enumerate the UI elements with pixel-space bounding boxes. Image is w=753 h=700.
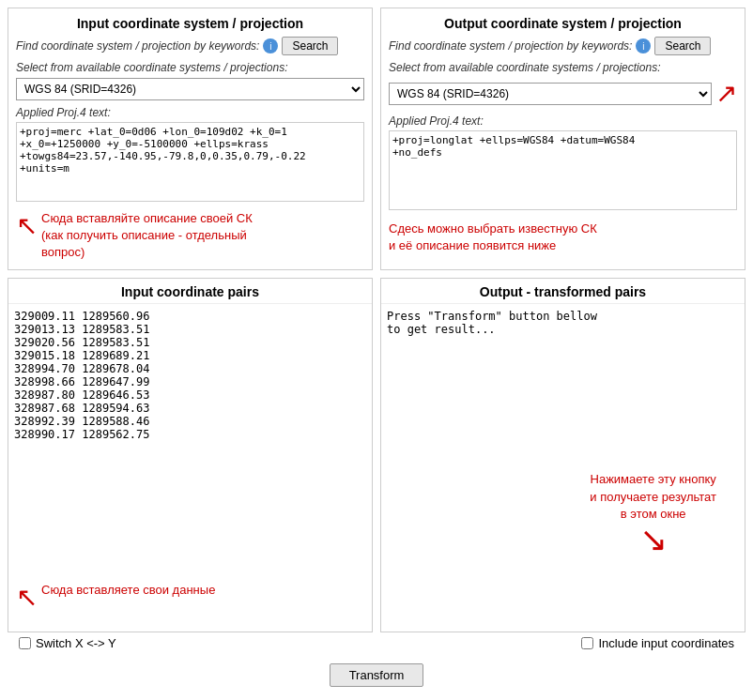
input-pairs-title: Input coordinate pairs (8, 279, 372, 304)
footer: Switch X <-> Y Include input coordinates… (8, 632, 745, 692)
output-select-label: Select from available coordinate systems… (389, 61, 737, 74)
output-pairs-textarea[interactable]: Press "Transform" button bellow to get r… (381, 304, 745, 632)
output-annotation-text: Сдесь можно выбрать известную СКи её опи… (389, 221, 597, 254)
output-arrow-up-icon: ↗ (715, 78, 737, 109)
input-find-label: Find coordinate system / projection by k… (16, 37, 364, 55)
footer-checkboxes: Switch X <-> Y Include input coordinates (8, 632, 745, 654)
output-projection-panel: Output coordinate system / projection Fi… (380, 8, 745, 270)
include-input-label[interactable]: Include input coordinates (581, 636, 734, 650)
output-find-label: Find coordinate system / projection by k… (389, 37, 737, 55)
input-annotation-block: ↖ Сюда вставляйте описание своей СК(как … (16, 210, 364, 262)
switch-xy-label[interactable]: Switch X <-> Y (19, 636, 116, 650)
output-proj4-textarea[interactable]: +proj=longlat +ellps=WGS84 +datum=WGS84 … (389, 130, 737, 210)
bottom-panels: Input coordinate pairs 329009.11 1289560… (8, 278, 745, 632)
input-pairs-panel: Input coordinate pairs 329009.11 1289560… (8, 278, 373, 632)
input-projection-select[interactable]: WGS 84 (SRID=4326) (16, 78, 364, 100)
transform-button[interactable]: Transform (330, 663, 424, 687)
input-projection-panel: Input coordinate system / projection Fin… (8, 8, 373, 270)
output-pairs-panel: Output - transformed pairs Press "Transf… (380, 278, 745, 632)
output-annotation-block: Сдесь можно выбрать известную СКи её опи… (389, 221, 737, 254)
output-projection-select[interactable]: WGS 84 (SRID=4326) (389, 83, 712, 105)
output-applied-label: Applied Proj.4 text: (389, 114, 737, 128)
input-search-button[interactable]: Search (282, 37, 338, 55)
footer-transform: Transform (8, 658, 745, 692)
main-container: Input coordinate system / projection Fin… (0, 0, 753, 700)
output-panel-title: Output coordinate system / projection (389, 16, 737, 31)
switch-xy-checkbox[interactable] (19, 637, 31, 649)
input-panel-title: Input coordinate system / projection (16, 16, 364, 31)
input-arrow-icon: ↖ (16, 210, 38, 241)
input-applied-label: Applied Proj.4 text: (16, 106, 364, 119)
top-panels: Input coordinate system / projection Fin… (8, 8, 745, 270)
input-proj4-textarea[interactable]: +proj=merc +lat_0=0d06 +lon_0=109d02 +k_… (16, 122, 364, 202)
include-input-checkbox[interactable] (581, 637, 593, 649)
input-select-label: Select from available coordinate systems… (16, 61, 364, 74)
input-annotation-text: Сюда вставляйте описание своей СК(как по… (41, 210, 253, 262)
output-info-icon[interactable]: i (636, 38, 651, 53)
output-search-button[interactable]: Search (654, 37, 711, 55)
output-pairs-title: Output - transformed pairs (381, 279, 745, 304)
input-info-icon[interactable]: i (263, 38, 278, 53)
input-pairs-textarea[interactable]: 329009.11 1289560.96 329013.13 1289583.5… (8, 304, 372, 632)
